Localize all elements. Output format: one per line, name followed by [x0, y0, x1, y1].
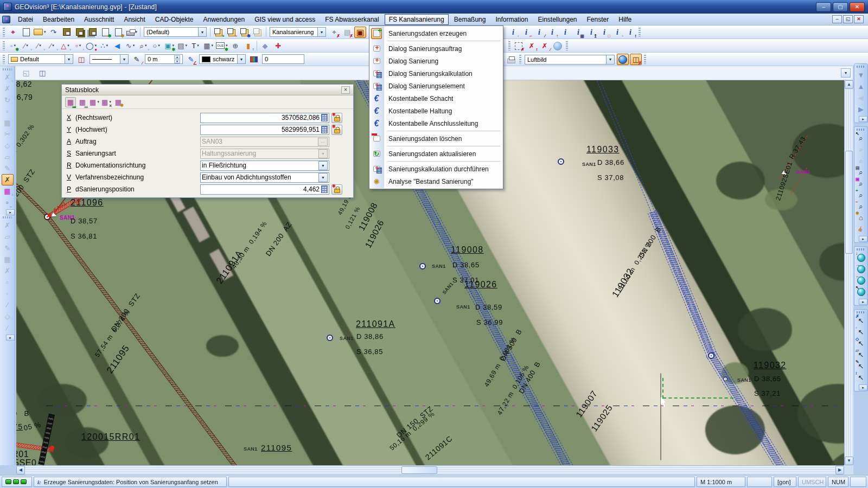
toolbar-grip[interactable] — [3, 41, 5, 50]
maximize-button[interactable]: ▢ — [833, 2, 848, 12]
toolbar-expand-button[interactable]: ▸ — [859, 299, 867, 305]
draw-point-button[interactable]: ◦✱▾ — [7, 40, 19, 52]
toolbar-grip[interactable] — [519, 55, 521, 64]
linewidth-pick-button[interactable]: ✎∠ — [185, 54, 197, 65]
draw-triangle-button[interactable]: △◦▾ — [59, 40, 71, 52]
wizard-off-button[interactable]: ✦✗ — [328, 27, 340, 38]
toolbar-grip[interactable] — [639, 28, 641, 37]
view-remove-button[interactable]: − — [226, 27, 238, 38]
info-distance-button[interactable]: i⌐ — [520, 27, 532, 38]
info-line-button[interactable]: i∕ — [533, 27, 545, 38]
sb-tool-reset[interactable]: ▦✱ — [113, 97, 124, 107]
application-combo[interactable]: Kanalsanierung▼ — [270, 27, 326, 37]
undo-button[interactable]: ↷ — [48, 27, 60, 38]
sb-tool-snap[interactable]: ▦▂ — [65, 97, 76, 107]
zoom-prev-button[interactable]: ⌕ — [855, 144, 867, 155]
select-rect-button[interactable]: ↖▫ — [855, 326, 867, 338]
menubar-anwendungen[interactable]: Anwendungen — [199, 14, 249, 25]
lock-button[interactable]: ✱ — [331, 113, 342, 123]
layer-manager-button[interactable]: ◫ — [75, 54, 87, 65]
object-remove-button[interactable]: ← — [855, 275, 867, 286]
toolbar-grip[interactable] — [857, 66, 865, 68]
zoom-out-button[interactable]: ⌕− — [855, 201, 867, 212]
select-edit-button[interactable]: ↖✎ — [855, 361, 867, 372]
mdi-close-button[interactable]: ✕ — [854, 15, 864, 23]
flip-direction-button[interactable]: ◀ — [111, 40, 123, 52]
delete-lines-button[interactable]: ✗∕ — [539, 40, 551, 52]
pan-left-button[interactable]: ◀ — [855, 92, 867, 104]
edit-tool-7[interactable]: ◇ — [2, 140, 14, 151]
edit-tool-16[interactable]: ◦ — [2, 288, 14, 299]
statusblock-field-s[interactable]: Haltungssanierung▼ — [200, 149, 329, 159]
toolbar-grip[interactable] — [3, 216, 12, 219]
pan-right-button[interactable]: ▶ — [855, 104, 867, 115]
info-analysis-button[interactable]: i! — [624, 27, 636, 38]
toolbar-grip[interactable] — [3, 55, 5, 64]
statusblock-field-p[interactable]: 4,462 — [200, 184, 329, 195]
menubar-ausschnitt[interactable]: Ausschnitt — [80, 14, 118, 25]
dropdown-arrow[interactable]: ▼ — [318, 173, 328, 182]
back-tool[interactable]: ▫← — [2, 197, 14, 208]
statusblock-field-y[interactable]: 5829959,951 — [200, 125, 329, 135]
zoom-list-button[interactable]: ⌕▤ — [855, 166, 867, 178]
spinner[interactable]: ▲▼ — [174, 55, 180, 63]
image-off-button[interactable]: ▤✗ — [341, 27, 353, 38]
menubar-ansicht[interactable]: Ansicht — [119, 14, 149, 25]
menu-item-sanierungsdaten-aktualisieren[interactable]: Sanierungsdaten aktualisieren — [370, 147, 502, 160]
background-combo[interactable]: Luftbild▼ — [525, 55, 615, 65]
toolbar-expand-button[interactable]: ▸ — [6, 335, 15, 341]
select-polygon-button[interactable]: ↖◇ — [855, 338, 867, 349]
zoom-extents-button[interactable]: ⌂✱ — [855, 212, 867, 223]
menu-item-dialog-sanierungselement[interactable]: Dialog Sanierungselement — [370, 80, 502, 92]
select-free-button[interactable]: ↖▱ — [855, 349, 867, 361]
info-coordinate-button[interactable]: i↑ — [546, 27, 558, 38]
info-area-button[interactable]: i□ — [598, 27, 610, 38]
menu-item-sanierungsdaten-löschen[interactable]: Sanierungsdaten löschen — [370, 132, 502, 145]
menubar-gis-view-und-access[interactable]: GIS view und access — [250, 14, 320, 25]
select-cancel-button[interactable]: ↖✗ — [855, 315, 867, 326]
sb-tool-ortho[interactable]: ▦▾ — [89, 97, 100, 107]
dropdown-arrow[interactable]: ▼ — [65, 55, 73, 63]
delete-marked-button[interactable]: ✗ — [513, 40, 525, 52]
insert-ole-button[interactable]: ✱▾ — [215, 40, 228, 52]
toolbar-expand-button[interactable]: ▸ — [6, 209, 15, 215]
delete-confirm-button[interactable]: ✗! — [526, 40, 538, 52]
menubar-hilfe[interactable]: Hilfe — [614, 14, 636, 25]
draw-line-button[interactable]: ∕◦▾ — [20, 40, 32, 52]
draw-circle-button[interactable]: ◯●▾ — [85, 40, 97, 52]
zoom-in-button[interactable]: ⌕+ — [855, 189, 867, 201]
toolbar-expand-button[interactable]: ▸ — [859, 116, 867, 122]
insert-block-button[interactable]: ▮↑ — [242, 40, 254, 52]
menu-item-kostentabelle-schacht[interactable]: Kostentabelle Schacht — [370, 92, 502, 105]
sb-tool-grid[interactable]: ▦▂ — [77, 97, 88, 107]
print-preview-button[interactable] — [505, 54, 517, 65]
toolbar-grip[interactable] — [3, 28, 5, 37]
close-button[interactable]: ✕ — [850, 2, 865, 12]
toolbar-grip[interactable] — [3, 68, 12, 70]
pan-down-button[interactable]: ▼ — [855, 69, 867, 81]
statusblock-field-r[interactable]: in Fließrichtung▼ — [200, 160, 329, 171]
edit-tool-1[interactable]: ✗▫ — [2, 72, 14, 83]
edit-tool-18[interactable]: ◇ — [2, 311, 14, 322]
mdi-minimize-button[interactable]: – — [832, 15, 842, 23]
insert-reference-button[interactable]: ⊕ — [229, 40, 241, 52]
layer-combo[interactable]: Default▼ — [8, 54, 73, 64]
edit-tool-5[interactable]: ▦ — [2, 117, 14, 129]
edit-tool-9[interactable]: ✎ — [2, 163, 14, 174]
view-update-button[interactable]: ✱ — [239, 27, 251, 38]
edit-tool-8[interactable]: ▱ — [2, 151, 14, 163]
menubar-datei[interactable]: Datei — [14, 14, 37, 25]
scroll-left-button[interactable]: ◀ — [16, 466, 25, 474]
insert-raster-button[interactable]: ▤▾ — [176, 40, 188, 52]
linestyle-combo[interactable]: ▼ — [90, 54, 129, 64]
edit-tool-10[interactable]: ✗ — [2, 220, 14, 231]
edit-tool-19[interactable]: ∕ — [2, 322, 14, 333]
pen-field[interactable]: 0 — [262, 54, 304, 64]
draw-point-set-button[interactable]: ∴▾ — [98, 40, 110, 52]
zoom-select-button[interactable]: ⌕↖ — [855, 132, 867, 144]
calculator-icon[interactable] — [321, 126, 328, 133]
viewbar-collapse-button[interactable]: ▾ — [841, 68, 851, 78]
menu-item-kostentabelle-anschlussleitung[interactable]: Kostentabelle Anschlussleitung — [370, 117, 502, 130]
info-table-button[interactable]: i▦ — [572, 27, 584, 38]
edit-tool-12[interactable]: ✎ — [2, 242, 14, 254]
